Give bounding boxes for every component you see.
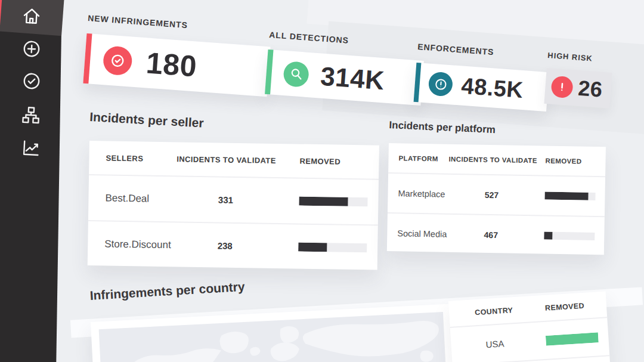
incidents-to-validate: 331 — [172, 194, 279, 206]
column-header-incidents: INCIDENTS TO VALIDATE — [448, 155, 535, 164]
section-title-sellers: Incidents per seller — [89, 110, 204, 131]
kpi-disc — [283, 60, 309, 87]
removed-bar — [544, 232, 595, 240]
country-name: USA — [485, 335, 546, 349]
alert-circle-icon — [432, 76, 449, 93]
table-row[interactable]: Store.Discount 238 — [88, 220, 378, 271]
removed-bar — [299, 197, 367, 207]
world-map-graphic — [99, 312, 447, 362]
incidents-to-validate: 527 — [448, 189, 535, 200]
sidebar-item-analytics[interactable] — [20, 137, 42, 159]
kpi-card[interactable]: 314K — [265, 49, 424, 106]
table-row[interactable]: Social Media 467 — [387, 212, 605, 256]
exclamation-icon — [555, 79, 570, 95]
table-row[interactable]: Best.Deal 331 — [88, 174, 379, 225]
column-header-removed: REMOVED — [299, 156, 340, 166]
platforms-table-header: PLATFORM INCIDENTS TO VALIDATE REMOVED — [388, 143, 606, 176]
platform-name: Social Media — [397, 228, 447, 239]
platforms-table: PLATFORM INCIDENTS TO VALIDATE REMOVED M… — [387, 143, 606, 255]
sidebar-item-home[interactable] — [21, 5, 42, 27]
search-icon — [287, 66, 305, 83]
kpi-disc — [428, 72, 453, 97]
table-row[interactable]: Marketplace 527 — [388, 172, 605, 216]
sellers-table-header: SELLERS INCIDENTS TO VALIDATE REMOVED — [89, 141, 379, 179]
kpi-disc — [550, 76, 574, 99]
sidebar-active-accent — [0, 0, 2, 32]
seller-name: Best.Deal — [105, 192, 172, 205]
seller-name: Store.Discount — [104, 238, 171, 251]
column-header-country: COUNTRY — [475, 304, 544, 316]
world-map — [99, 312, 447, 362]
sellers-table: SELLERS INCIDENTS TO VALIDATE REMOVED Be… — [88, 141, 379, 270]
sitemap-icon — [20, 104, 42, 126]
kpi-card[interactable]: 26 — [544, 68, 612, 109]
kpi-value: 26 — [577, 76, 603, 103]
dashboard: NEW INFRINGEMENTS 180 ALL DETECTIONS 314… — [0, 0, 644, 362]
check-circle-icon — [21, 70, 42, 92]
kpi-enforcements: ENFORCEMENTS 48.5K — [414, 42, 551, 112]
kpi-value: 180 — [145, 45, 198, 83]
column-header-removed: REMOVED — [545, 157, 581, 165]
removed-bar — [298, 243, 367, 253]
column-header-incidents: INCIDENTS TO VALIDATE — [172, 154, 280, 165]
incidents-to-validate: 238 — [171, 240, 278, 252]
kpi-label: NEW INFRINGEMENTS — [88, 13, 272, 36]
sidebar-item-network[interactable] — [20, 104, 42, 126]
kpi-value: 48.5K — [460, 73, 524, 103]
sidebar-item-add[interactable] — [21, 38, 42, 60]
countries-table: COUNTRY REMOVED USA — [448, 291, 611, 362]
removed-bar — [544, 192, 595, 200]
kpi-all-detections: ALL DETECTIONS 314K — [265, 30, 425, 106]
removed-bar — [546, 332, 599, 345]
kpi-new-infringements: NEW INFRINGEMENTS 180 — [83, 13, 272, 97]
line-chart-icon — [20, 137, 42, 159]
incidents-to-validate: 467 — [447, 229, 534, 240]
kpi-value: 314K — [320, 61, 386, 95]
clock-check-icon — [108, 51, 127, 70]
world-map-card — [91, 304, 455, 362]
kpi-disc — [103, 45, 133, 76]
home-icon — [21, 5, 42, 27]
column-header-platform: PLATFORM — [398, 154, 448, 162]
platform-name: Marketplace — [398, 188, 448, 199]
kpi-card[interactable]: 180 — [83, 33, 270, 97]
column-header-sellers: SELLERS — [106, 153, 172, 163]
section-title-countries: Infringements per country — [89, 280, 245, 303]
sidebar-item-validate[interactable] — [21, 70, 42, 92]
column-header-removed: REMOVED — [545, 301, 585, 312]
kpi-high-risk: HIGH RISK 26 — [544, 51, 613, 109]
plus-circle-icon — [21, 38, 42, 60]
